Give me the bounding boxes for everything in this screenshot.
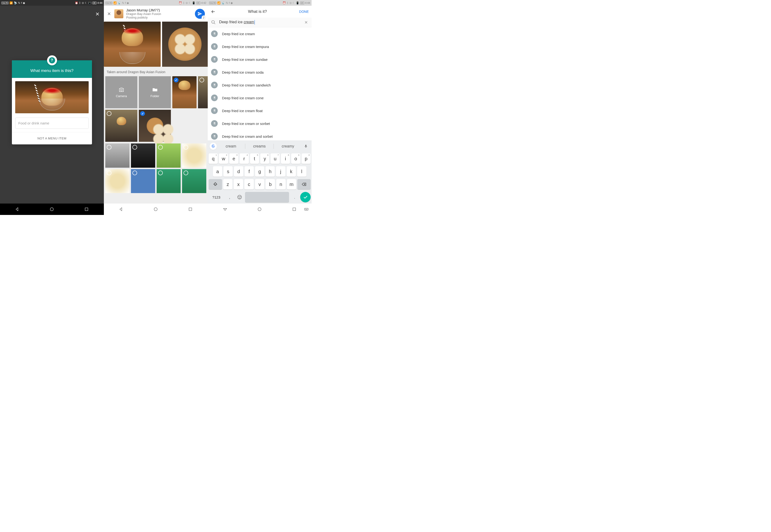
dish-icon bbox=[211, 107, 218, 114]
nav-back-button[interactable] bbox=[223, 207, 227, 212]
camera-button[interactable]: Camera bbox=[105, 76, 137, 108]
symbols-key[interactable]: ?123 bbox=[209, 192, 224, 202]
google-icon[interactable]: G bbox=[210, 143, 217, 150]
photo-thumb[interactable] bbox=[105, 169, 129, 193]
key-b[interactable]: b bbox=[265, 179, 275, 190]
suggestion-item[interactable]: Deep fried ice cream bbox=[208, 27, 311, 40]
key-k[interactable]: k bbox=[287, 166, 296, 177]
key-x[interactable]: x bbox=[234, 179, 243, 190]
close-button[interactable] bbox=[95, 11, 100, 17]
key-s[interactable]: s bbox=[223, 166, 233, 177]
nav-back-button[interactable] bbox=[119, 207, 124, 212]
suggestion-item[interactable]: Deep fried ice cream sandwich bbox=[208, 79, 311, 91]
search-input[interactable]: Deep fried ice cream bbox=[219, 20, 301, 25]
key-r[interactable]: r4 bbox=[239, 153, 248, 164]
check-icon[interactable] bbox=[158, 171, 163, 175]
enter-key[interactable] bbox=[300, 192, 310, 202]
photo-thumb[interactable] bbox=[198, 76, 208, 108]
back-button[interactable] bbox=[210, 9, 216, 14]
suggestion-item[interactable]: Deep fried ice cream sundae bbox=[208, 53, 311, 66]
nav-home-button[interactable] bbox=[257, 207, 262, 212]
key-w[interactable]: w2 bbox=[219, 153, 228, 164]
key-z[interactable]: z bbox=[223, 179, 233, 190]
key-h[interactable]: h bbox=[265, 166, 275, 177]
photo-thumb[interactable] bbox=[172, 76, 196, 108]
folder-button[interactable]: Folder bbox=[139, 76, 171, 108]
key-g[interactable]: g bbox=[255, 166, 264, 177]
photo-thumb[interactable] bbox=[131, 169, 155, 193]
comma-key[interactable]: , bbox=[225, 192, 234, 202]
photo-thumb[interactable] bbox=[157, 169, 181, 193]
selected-photo[interactable] bbox=[104, 22, 161, 67]
food-name-input[interactable]: Food or drink name bbox=[15, 118, 89, 129]
emoji-key[interactable] bbox=[235, 192, 244, 202]
check-icon[interactable] bbox=[140, 111, 145, 116]
nav-home-button[interactable] bbox=[153, 207, 158, 212]
nav-home-button[interactable] bbox=[49, 207, 54, 212]
check-icon[interactable] bbox=[174, 78, 178, 82]
not-menu-item-button[interactable]: NOT A MENU ITEM bbox=[12, 132, 92, 144]
photo-thumb[interactable] bbox=[139, 110, 171, 142]
key-i[interactable]: i8 bbox=[281, 153, 290, 164]
suggestion-item[interactable]: Deep fried ice cream soda bbox=[208, 66, 311, 79]
kb-suggestion[interactable]: creamy bbox=[274, 142, 302, 150]
key-e[interactable]: e3 bbox=[229, 153, 238, 164]
suggestion-item[interactable]: Deep fried ice cream tempura bbox=[208, 40, 311, 53]
key-n[interactable]: n bbox=[276, 179, 286, 190]
period-key[interactable]: . bbox=[290, 192, 299, 202]
svg-point-8 bbox=[240, 196, 240, 197]
keyboard-toggle-icon[interactable] bbox=[304, 207, 309, 212]
key-y[interactable]: y6 bbox=[260, 153, 269, 164]
clear-button[interactable] bbox=[304, 20, 308, 24]
photo-thumb[interactable] bbox=[157, 143, 181, 168]
svg-rect-4 bbox=[189, 208, 192, 211]
send-button[interactable]: 2 bbox=[195, 9, 205, 19]
key-u[interactable]: u7 bbox=[270, 153, 279, 164]
key-o[interactable]: o9 bbox=[291, 153, 300, 164]
svg-rect-1 bbox=[85, 208, 88, 211]
nav-back-button[interactable] bbox=[15, 207, 20, 212]
nav-recents-button[interactable] bbox=[292, 207, 296, 212]
backspace-key[interactable] bbox=[297, 179, 310, 190]
key-j[interactable]: j bbox=[276, 166, 285, 177]
space-key[interactable] bbox=[245, 192, 289, 202]
kb-suggestion[interactable]: cream bbox=[217, 142, 245, 150]
key-f[interactable]: f bbox=[244, 166, 254, 177]
nav-recents-button[interactable] bbox=[188, 207, 193, 212]
key-c[interactable]: c bbox=[244, 179, 254, 190]
check-icon[interactable] bbox=[107, 111, 111, 116]
nfc-icon: ℕ bbox=[226, 1, 228, 5]
photo-thumb[interactable] bbox=[182, 143, 206, 168]
done-button[interactable]: DONE bbox=[299, 10, 309, 14]
check-icon[interactable] bbox=[107, 145, 111, 150]
key-d[interactable]: d bbox=[234, 166, 243, 177]
check-icon[interactable] bbox=[132, 171, 137, 175]
key-l[interactable]: l bbox=[297, 166, 306, 177]
key-a[interactable]: a bbox=[213, 166, 222, 177]
photo-thumb[interactable] bbox=[105, 110, 137, 142]
key-p[interactable]: p0 bbox=[301, 153, 310, 164]
key-q[interactable]: q1 bbox=[209, 153, 218, 164]
check-icon[interactable] bbox=[158, 145, 163, 150]
close-button[interactable] bbox=[107, 11, 111, 16]
check-icon[interactable] bbox=[132, 145, 137, 150]
check-icon[interactable] bbox=[183, 171, 188, 175]
photo-thumb[interactable] bbox=[182, 169, 206, 193]
kb-suggestion[interactable]: creams bbox=[245, 142, 273, 150]
photo-thumb[interactable] bbox=[131, 143, 155, 168]
suggestion-item[interactable]: Deep fried ice cream cone bbox=[208, 91, 311, 104]
key-m[interactable]: m bbox=[287, 179, 296, 190]
suggestion-item[interactable]: Deep fried ice cream float bbox=[208, 104, 311, 117]
check-icon[interactable] bbox=[199, 78, 204, 82]
check-icon[interactable] bbox=[107, 171, 111, 175]
nav-bar bbox=[208, 204, 311, 215]
check-icon[interactable] bbox=[183, 145, 188, 150]
shift-key[interactable] bbox=[209, 179, 222, 190]
key-t[interactable]: t5 bbox=[250, 153, 259, 164]
selected-photo[interactable] bbox=[162, 22, 208, 67]
mic-icon[interactable] bbox=[302, 144, 310, 148]
photo-thumb[interactable] bbox=[105, 143, 129, 168]
suggestion-item[interactable]: Deep fried ice cream or sorbet bbox=[208, 117, 311, 130]
key-v[interactable]: v bbox=[255, 179, 264, 190]
nav-recents-button[interactable] bbox=[84, 207, 89, 212]
